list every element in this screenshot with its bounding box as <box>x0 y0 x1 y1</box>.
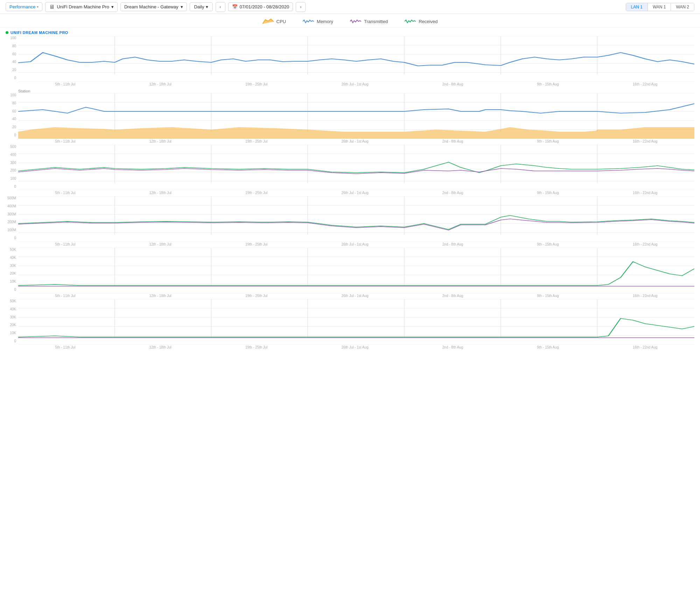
device-selector[interactable]: 🖥 UniFi Dream Machine Pro ▾ <box>45 2 118 12</box>
legend-memory: Memory <box>303 18 333 25</box>
packets-chart-wrapper: 500M 400M 300M 200M 100M 0 <box>6 196 694 246</box>
packets-chart-section: 500M 400M 300M 200M 100M 0 <box>0 196 700 246</box>
errors-chart-wrapper: 50K 40K 30K 20K 10K 0 <box>6 299 694 349</box>
station-x-axis: 5th - 11th Jul 12th - 18th Jul 19th - 25… <box>18 139 694 143</box>
legend-cpu: CPU <box>262 18 286 25</box>
gateway-label: Dream Machine - Gateway <box>124 4 178 9</box>
dropped-x-axis: 5th - 11th Jul 12th - 18th Jul 19th - 25… <box>18 293 694 298</box>
chevron-down-icon: ▾ <box>181 4 183 9</box>
chevron-down-icon: ▾ <box>37 5 38 9</box>
next-button[interactable]: › <box>296 2 306 12</box>
station-svg <box>18 93 694 139</box>
chevron-down-icon: ▾ <box>111 4 114 9</box>
gateway-selector[interactable]: Dream Machine - Gateway ▾ <box>120 2 187 11</box>
main-header: Performance ▾ 🖥 UniFi Dream Machine Pro … <box>0 0 700 14</box>
station-chart-area: 5th - 11th Jul 12th - 18th Jul 19th - 25… <box>18 93 694 143</box>
received-icon <box>405 18 416 25</box>
chevron-down-icon: ▾ <box>206 4 208 9</box>
prev-button[interactable]: ‹ <box>216 2 225 12</box>
traffic-y-axis: 500 400 300 200 100 0 <box>6 145 18 195</box>
wan2-button[interactable]: WAN 2 <box>671 3 694 11</box>
transmitted-icon <box>350 18 361 25</box>
legend-transmitted: Transmitted <box>350 18 388 25</box>
errors-y-axis: 50K 40K 30K 20K 10K 0 <box>6 299 18 349</box>
errors-chart-area: 5th - 11th Jul 12th - 18th Jul 19th - 25… <box>18 299 694 349</box>
dropped-chart-section: 50K 40K 30K 20K 10K 0 <box>0 248 700 298</box>
date-range: 07/01/2020 - 08/28/2020 <box>240 4 289 9</box>
errors-svg <box>18 299 694 345</box>
period-selector[interactable]: Daily ▾ <box>190 2 213 11</box>
transmitted-label: Transmitted <box>364 19 388 24</box>
status-dot <box>6 31 8 34</box>
dropped-chart-area: 5th - 11th Jul 12th - 18th Jul 19th - 25… <box>18 248 694 298</box>
device-name: UniFi Dream Machine Pro <box>57 4 109 9</box>
user-count-chart-area: 5th - 11th Jul 12th - 18th Jul 19th - 25… <box>18 36 694 86</box>
period-label: Daily <box>194 4 204 9</box>
traffic-chart-section: 500 400 300 200 100 0 <box>0 145 700 195</box>
errors-x-axis: 5th - 11th Jul 12th - 18th Jul 19th - 25… <box>18 345 694 349</box>
device-section-title: UNIFI DREAM MACHINE PRO <box>0 28 700 36</box>
received-label: Received <box>419 19 438 24</box>
wan1-button[interactable]: WAN 1 <box>648 3 671 11</box>
legend-received: Received <box>405 18 438 25</box>
traffic-chart-wrapper: 500 400 300 200 100 0 <box>6 145 694 195</box>
traffic-svg <box>18 145 694 190</box>
performance-label: Performance <box>9 4 35 9</box>
dropped-y-axis: 50K 40K 30K 20K 10K 0 <box>6 248 18 298</box>
interface-selector: LAN 1 WAN 1 WAN 2 <box>626 3 694 11</box>
date-range-selector[interactable]: 📅 07/01/2020 - 08/28/2020 <box>228 2 293 11</box>
lan1-button[interactable]: LAN 1 <box>626 3 648 11</box>
section-title-text: UNIFI DREAM MACHINE PRO <box>10 30 68 35</box>
user-count-chart-section: 100 80 60 40 20 0 <box>0 36 700 86</box>
performance-dropdown[interactable]: Performance ▾ <box>6 2 42 11</box>
traffic-chart-area: 5th - 11th Jul 12th - 18th Jul 19th - 25… <box>18 145 694 195</box>
dropped-chart-wrapper: 50K 40K 30K 20K 10K 0 <box>6 248 694 298</box>
packets-y-axis: 500M 400M 300M 200M 100M 0 <box>6 196 18 246</box>
station-chart-wrapper: 100 80 60 40 20 0 <box>6 93 694 143</box>
traffic-x-axis: 5th - 11th Jul 12th - 18th Jul 19th - 25… <box>18 190 694 195</box>
errors-chart-section: 50K 40K 30K 20K 10K 0 <box>0 299 700 349</box>
user-count-chart-wrapper: 100 80 60 40 20 0 <box>6 36 694 86</box>
device-icon: 🖥 <box>49 4 55 10</box>
station-chart-section: 100 80 60 40 20 0 <box>0 93 700 143</box>
packets-x-axis: 5th - 11th Jul 12th - 18th Jul 19th - 25… <box>18 242 694 246</box>
station-y-axis: 100 80 60 40 20 0 <box>6 93 18 143</box>
user-count-y-axis: 100 80 60 40 20 0 <box>6 36 18 86</box>
memory-icon <box>303 18 314 25</box>
memory-label: Memory <box>317 19 333 24</box>
svg-marker-25 <box>18 127 694 139</box>
user-count-svg <box>18 36 694 82</box>
user-count-x-axis: 5th - 11th Jul 12th - 18th Jul 19th - 25… <box>18 82 694 86</box>
calendar-icon: 📅 <box>232 4 238 9</box>
packets-chart-area: 5th - 11th Jul 12th - 18th Jul 19th - 25… <box>18 196 694 246</box>
station-section-label: Station <box>0 88 700 93</box>
dropped-svg <box>18 248 694 293</box>
packets-svg <box>18 196 694 242</box>
chart-legend: CPU Memory Transmitted Received <box>0 14 700 28</box>
cpu-label: CPU <box>276 19 286 24</box>
cpu-icon <box>262 18 274 25</box>
